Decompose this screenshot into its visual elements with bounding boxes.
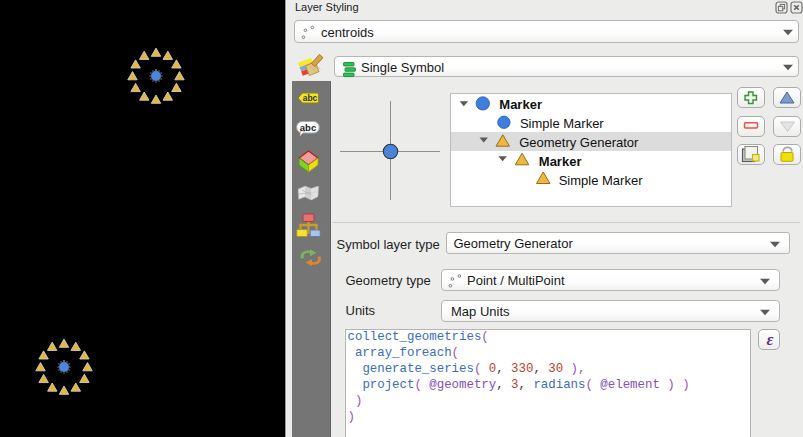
svg-text:abc: abc [302,93,317,103]
svg-text:abc: abc [300,122,316,133]
